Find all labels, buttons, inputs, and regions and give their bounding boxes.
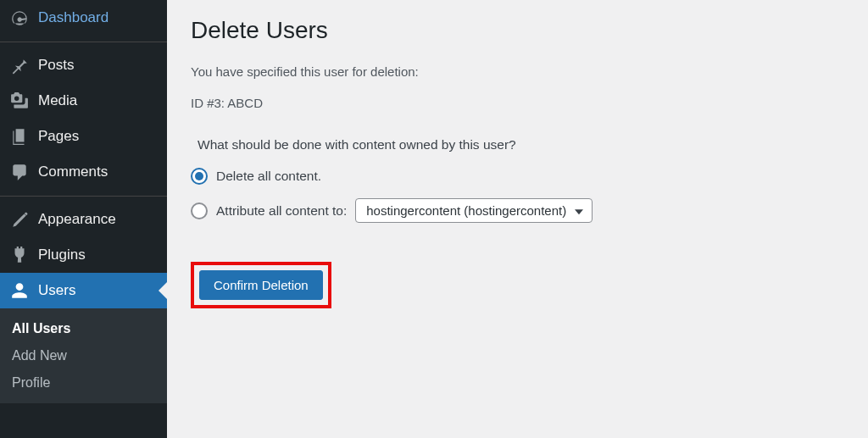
sidebar-separator	[0, 196, 167, 202]
sidebar-item-label: Media	[38, 92, 77, 109]
sidebar-item-label: Posts	[38, 57, 75, 74]
radio-attribute-label: Attribute all content to:	[216, 203, 347, 219]
sidebar-item-dashboard[interactable]: Dashboard	[0, 0, 167, 36]
pages-icon	[10, 127, 29, 146]
sidebar-item-comments[interactable]: Comments	[0, 154, 167, 190]
radio-attribute-input[interactable]	[191, 202, 208, 219]
submenu-item-add-new[interactable]: Add New	[0, 342, 167, 369]
user-info: ID #3: ABCD	[191, 96, 844, 110]
sidebar-item-posts[interactable]: Posts	[0, 47, 167, 83]
appearance-icon	[10, 210, 29, 229]
attribute-user-select[interactable]: hostingercontent (hostingercontent)	[355, 198, 593, 223]
sidebar-item-media[interactable]: Media	[0, 83, 167, 119]
main-content: Delete Users You have specified this use…	[167, 0, 868, 438]
admin-sidebar: Dashboard Posts Media Pages Comments App…	[0, 0, 167, 438]
submenu-item-all-users[interactable]: All Users	[0, 315, 167, 342]
plugins-icon	[10, 246, 29, 264]
radio-delete-label: Delete all content.	[216, 169, 321, 184]
sidebar-item-label: Plugins	[38, 247, 86, 263]
sidebar-item-plugins[interactable]: Plugins	[0, 237, 167, 273]
radio-option-attribute[interactable]: Attribute all content to: hostingerconte…	[191, 198, 844, 223]
confirm-deletion-button[interactable]: Confirm Deletion	[199, 270, 323, 300]
sidebar-item-users[interactable]: Users	[0, 273, 167, 308]
pin-icon	[10, 56, 29, 75]
users-submenu: All Users Add New Profile	[0, 308, 167, 403]
radio-option-delete[interactable]: Delete all content.	[191, 168, 844, 185]
deletion-description: You have specified this user for deletio…	[191, 64, 844, 79]
highlight-box: Confirm Deletion	[191, 262, 331, 308]
comments-icon	[10, 163, 29, 181]
sidebar-item-label: Dashboard	[38, 9, 108, 26]
sidebar-item-label: Comments	[38, 164, 108, 180]
sidebar-item-label: Users	[38, 282, 75, 299]
sidebar-item-label: Pages	[38, 128, 79, 145]
radio-delete-input[interactable]	[191, 168, 208, 185]
sidebar-separator	[0, 42, 167, 47]
content-question: What should be done with content owned b…	[198, 137, 844, 152]
page-title: Delete Users	[191, 17, 844, 44]
submenu-item-profile[interactable]: Profile	[0, 369, 167, 396]
sidebar-item-appearance[interactable]: Appearance	[0, 202, 167, 237]
sidebar-item-pages[interactable]: Pages	[0, 119, 167, 154]
users-icon	[10, 281, 29, 300]
media-icon	[10, 91, 29, 110]
select-value: hostingercontent (hostingercontent)	[366, 203, 566, 218]
dashboard-icon	[10, 8, 29, 27]
sidebar-item-label: Appearance	[38, 211, 116, 228]
